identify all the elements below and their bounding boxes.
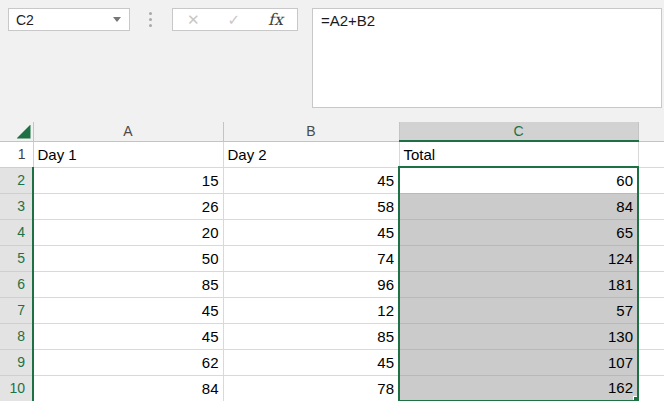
cell-C3[interactable]: 84 (399, 193, 638, 219)
select-all-triangle-icon (17, 125, 31, 139)
column-header-row: A B C (0, 122, 664, 141)
row-header-8[interactable]: 8 (0, 323, 33, 349)
cell-A1[interactable]: Day 1 (33, 141, 223, 167)
cell-B1[interactable]: Day 2 (223, 141, 399, 167)
row-header-3[interactable]: 3 (0, 193, 33, 219)
cell-B3[interactable]: 58 (223, 193, 399, 219)
cell-D3[interactable] (638, 193, 664, 219)
row-header-2[interactable]: 2 (0, 167, 33, 193)
cell-C6[interactable]: 181 (399, 271, 638, 297)
row-header-10[interactable]: 10 (0, 375, 33, 401)
formula-text: =A2+B2 (321, 12, 375, 29)
sheet-row: 84585130 (0, 323, 664, 349)
row-header-6[interactable]: 6 (0, 271, 33, 297)
formula-button-group: ✕ ✓ fx (172, 8, 298, 31)
cell-B8[interactable]: 85 (223, 323, 399, 349)
spreadsheet-window: C2 ✕ ✓ fx =A2+B2 A B C (0, 0, 664, 404)
formula-bar-drag-handle-icon[interactable] (149, 12, 152, 27)
sheet-row: 55074124 (0, 245, 664, 271)
sheet-row: 1Day 1Day 2Total (0, 141, 664, 167)
cell-A9[interactable]: 62 (33, 349, 223, 375)
cell-C5[interactable]: 124 (399, 245, 638, 271)
sheet-row: 68596181 (0, 271, 664, 297)
cell-C9[interactable]: 107 (399, 349, 638, 375)
cancel-icon[interactable]: ✕ (187, 12, 200, 27)
row-header-4[interactable]: 4 (0, 219, 33, 245)
column-header-a[interactable]: A (33, 122, 223, 141)
cell-D7[interactable] (638, 297, 664, 323)
sheet-rows: 1Day 1Day 2Total215456032658844204565550… (0, 141, 664, 401)
sheet-row: 3265884 (0, 193, 664, 219)
sheet-row: 7451257 (0, 297, 664, 323)
cell-B4[interactable]: 45 (223, 219, 399, 245)
cell-A7[interactable]: 45 (33, 297, 223, 323)
cell-B6[interactable]: 96 (223, 271, 399, 297)
cell-D2[interactable] (638, 167, 664, 193)
sheet-row: 108478162 (0, 375, 664, 401)
formula-bar[interactable]: =A2+B2 (312, 8, 662, 108)
cell-D9[interactable] (638, 349, 664, 375)
row-header-7[interactable]: 7 (0, 297, 33, 323)
cell-D5[interactable] (638, 245, 664, 271)
row-header-1[interactable]: 1 (0, 141, 33, 167)
enter-icon[interactable]: ✓ (228, 12, 241, 27)
column-header-b[interactable]: B (223, 122, 399, 141)
cell-D8[interactable] (638, 323, 664, 349)
name-box-dropdown-icon[interactable] (113, 17, 121, 22)
cell-B5[interactable]: 74 (223, 245, 399, 271)
cell-B7[interactable]: 12 (223, 297, 399, 323)
cell-A2[interactable]: 15 (33, 167, 223, 193)
cell-B10[interactable]: 78 (223, 375, 399, 401)
cell-A4[interactable]: 20 (33, 219, 223, 245)
cell-A8[interactable]: 45 (33, 323, 223, 349)
cell-D6[interactable] (638, 271, 664, 297)
cell-C1[interactable]: Total (399, 141, 638, 167)
cell-A3[interactable]: 26 (33, 193, 223, 219)
insert-function-icon[interactable]: fx (268, 12, 283, 28)
cell-C2[interactable]: 60 (399, 167, 638, 193)
row-header-9[interactable]: 9 (0, 349, 33, 375)
column-header-partial[interactable] (638, 122, 664, 141)
cell-A10[interactable]: 84 (33, 375, 223, 401)
cell-C10[interactable]: 162 (399, 375, 638, 401)
cell-A5[interactable]: 50 (33, 245, 223, 271)
row-header-5[interactable]: 5 (0, 245, 33, 271)
column-header-c[interactable]: C (399, 122, 638, 141)
cell-B9[interactable]: 45 (223, 349, 399, 375)
cell-D10[interactable] (638, 375, 664, 401)
sheet-row: 96245107 (0, 349, 664, 375)
spreadsheet-grid: A B C 1Day 1Day 2Total215456032658844204… (0, 122, 664, 402)
cell-C7[interactable]: 57 (399, 297, 638, 323)
sheet-row: 4204565 (0, 219, 664, 245)
name-box-value: C2 (9, 12, 113, 28)
sheet-table: A B C 1Day 1Day 2Total215456032658844204… (0, 122, 664, 402)
cell-D4[interactable] (638, 219, 664, 245)
select-all-button[interactable] (0, 122, 33, 141)
cell-D1[interactable] (638, 141, 664, 167)
cell-B2[interactable]: 45 (223, 167, 399, 193)
cell-A6[interactable]: 85 (33, 271, 223, 297)
name-box[interactable]: C2 (8, 8, 130, 31)
cell-C8[interactable]: 130 (399, 323, 638, 349)
cell-C4[interactable]: 65 (399, 219, 638, 245)
sheet-row: 2154560 (0, 167, 664, 193)
